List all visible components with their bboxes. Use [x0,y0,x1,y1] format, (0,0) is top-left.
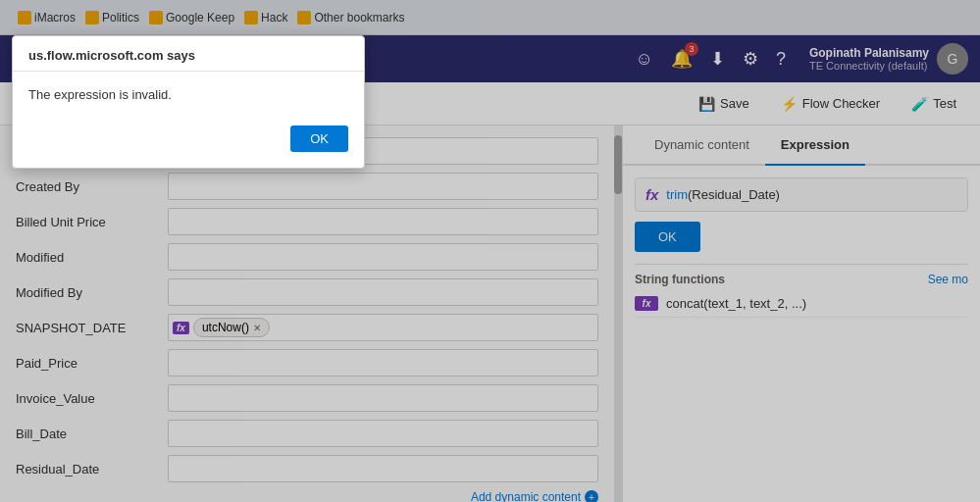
dialog-box: us.flow.microsoft.com says The expressio… [12,35,365,169]
dialog-message: The expression is invalid. [13,72,364,118]
dialog-title: us.flow.microsoft.com says [13,36,364,72]
dialog-footer: OK [13,118,364,168]
dialog-ok-button[interactable]: OK [290,126,348,152]
dialog-overlay: us.flow.microsoft.com says The expressio… [0,0,980,502]
